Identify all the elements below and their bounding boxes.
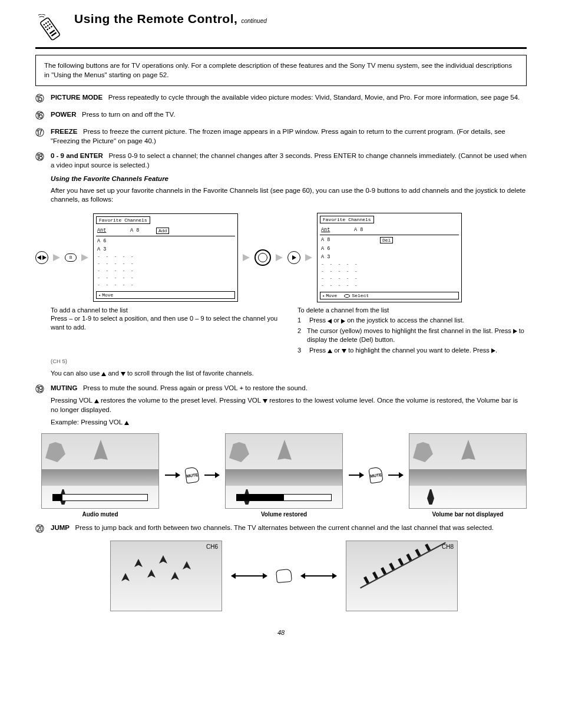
item-number-18: ⑱ bbox=[35, 151, 51, 205]
channel-note: (CH 5) bbox=[51, 358, 280, 365]
menu-channel: A 8 bbox=[130, 228, 156, 233]
menu-footer: ✦Move Select bbox=[320, 292, 459, 299]
menu-slot: - - - - - bbox=[320, 268, 459, 275]
menu-channel: A 8 bbox=[354, 227, 380, 233]
mute-caption-1: Audio muted bbox=[41, 511, 159, 518]
item-label-16: POWER bbox=[51, 111, 76, 118]
menu-slot: - - - - - bbox=[96, 275, 235, 282]
item-17: ⑰ FREEZE Press to freeze the current pic… bbox=[35, 127, 527, 146]
mute-frame-2: Volume restored bbox=[225, 433, 343, 518]
mute-sequence: Audio muted MUTE Volume restored MUTE Vo… bbox=[41, 433, 527, 518]
item-number-17: ⑰ bbox=[35, 127, 51, 146]
joystick-left-right-icon bbox=[35, 251, 48, 264]
menu-del-button: Del bbox=[380, 237, 393, 243]
item-body-15: PICTURE MODE Press repeatedly to cycle t… bbox=[51, 93, 520, 104]
channel-label-left: CH6 bbox=[206, 543, 218, 550]
add-delete-instructions: To add a channel to the list Press – or … bbox=[35, 306, 527, 378]
mute-frame-1: Audio muted bbox=[41, 433, 159, 518]
menu-select-label: Select bbox=[352, 293, 369, 298]
down-arrow-icon bbox=[263, 399, 267, 403]
add-body: Press – or 1-9 to select a position, and… bbox=[51, 314, 280, 332]
mute-caption-2: Volume restored bbox=[225, 511, 343, 518]
item-body-17: FREEZE Press to freeze the current pictu… bbox=[51, 127, 527, 146]
item-label-19: MUTING bbox=[51, 384, 77, 391]
channel-label-right: CH8 bbox=[442, 543, 454, 550]
up-arrow-icon bbox=[94, 399, 99, 403]
up-arrow-icon bbox=[101, 372, 106, 376]
item-text-17: Press to freeze the current picture. The… bbox=[51, 128, 505, 144]
menu-title: Favorite Channels bbox=[96, 216, 150, 224]
menu-slot: - - - - - bbox=[96, 268, 235, 275]
arrow-icon bbox=[276, 254, 283, 261]
down-arrow-icon bbox=[342, 349, 346, 353]
right-arrow-icon bbox=[491, 348, 495, 353]
page-title-continued: continued bbox=[241, 18, 266, 24]
menu-ant-label: Ant bbox=[321, 227, 354, 233]
jump-frame-left: CH6 bbox=[110, 541, 222, 611]
arrow-icon bbox=[305, 254, 312, 261]
menu-channel: A 6 bbox=[97, 238, 130, 244]
menu-slot: - - - - - bbox=[320, 282, 459, 289]
item-18: ⑱ 0 - 9 and ENTER Press 0-9 to select a … bbox=[35, 151, 527, 205]
arrow-icon bbox=[204, 475, 219, 476]
menu-add-button: Add bbox=[156, 228, 169, 234]
intro-box: The following buttons are for TV operati… bbox=[35, 55, 527, 86]
menu-channel: A 3 bbox=[321, 254, 354, 260]
item-number-15: ⑮ bbox=[35, 93, 51, 104]
menu-move-label: Move bbox=[326, 293, 337, 298]
arrow-icon bbox=[53, 254, 60, 261]
add-heading: To add a channel to the list bbox=[51, 306, 280, 315]
menu-channel: A 3 bbox=[97, 246, 130, 252]
page-number: 48 bbox=[35, 629, 527, 636]
bidirectional-arrow-icon bbox=[232, 575, 267, 577]
menu-move-label: Move bbox=[102, 292, 113, 298]
joystick-nav-icon bbox=[287, 251, 300, 264]
mute-button-icon: MUTE bbox=[368, 467, 384, 484]
item-text-20: Press to jump back and forth between two… bbox=[75, 524, 494, 531]
right-arrow-icon bbox=[513, 329, 517, 334]
menu-channel: A 8 bbox=[321, 237, 354, 243]
favorite-channels-diagram: 8 Favorite Channels Ant A 8 Add A 6 A 3 … bbox=[35, 213, 527, 302]
item-body-18: 0 - 9 and ENTER Press 0-9 to select a ch… bbox=[51, 151, 527, 205]
item-15: ⑮ PICTURE MODE Press repeatedly to cycle… bbox=[35, 93, 527, 104]
add-instructions: To add a channel to the list Press – or … bbox=[51, 306, 280, 378]
arrow-icon bbox=[243, 254, 250, 261]
menu-slot: - - - - - bbox=[96, 282, 235, 289]
page-title: Using the Remote Control, bbox=[74, 12, 237, 25]
favorite-channels-menu-before: Favorite Channels Ant A 8 Add A 6 A 3 - … bbox=[93, 213, 238, 302]
up-arrow-icon bbox=[328, 349, 332, 353]
left-arrow-icon bbox=[328, 319, 332, 324]
item-16: ⑯ POWER Press to turn on and off the TV. bbox=[35, 110, 527, 121]
header-title-group: Using the Remote Control, continued bbox=[74, 12, 267, 26]
arrow-icon bbox=[388, 475, 403, 476]
item-hint-19: Pressing VOL restores the volume to the … bbox=[51, 396, 527, 414]
menu-slot: - - - - - bbox=[320, 275, 459, 282]
item-sublabel-18: Using the Favorite Channels Feature bbox=[51, 175, 168, 182]
item-20: ⑳ JUMP Press to jump back and forth betw… bbox=[35, 523, 527, 535]
number-button-icon: 8 bbox=[65, 253, 77, 262]
mute-frame-3: Volume bar not displayed bbox=[409, 433, 527, 518]
arrow-icon bbox=[165, 475, 180, 476]
mute-caption-3: Volume bar not displayed bbox=[409, 511, 527, 518]
menu-slot: - - - - - bbox=[96, 261, 235, 268]
header-rule bbox=[35, 47, 527, 49]
header: Using the Remote Control, continued bbox=[35, 12, 527, 44]
arrow-icon bbox=[349, 475, 363, 476]
item-number-16: ⑯ bbox=[35, 110, 51, 121]
jump-button-icon bbox=[276, 569, 292, 583]
jump-frame-right: CH8 bbox=[346, 541, 458, 611]
arrow-icon bbox=[81, 254, 88, 261]
item-label-18: 0 - 9 and ENTER bbox=[51, 152, 103, 159]
bidirectional-arrow-icon bbox=[301, 575, 336, 577]
menu-title: Favorite Channels bbox=[320, 216, 374, 223]
item-body-20: JUMP Press to jump back and forth betwee… bbox=[51, 523, 494, 535]
jump-sequence: CH6 CH8 bbox=[41, 541, 527, 611]
menu-channel: A 6 bbox=[321, 246, 354, 252]
del-heading: To delete a channel from the list bbox=[297, 306, 527, 315]
up-arrow-icon bbox=[124, 421, 129, 425]
remote-control-icon bbox=[35, 14, 65, 44]
item-text-15: Press repeatedly to cycle through the av… bbox=[108, 94, 520, 101]
menu-footer: ✦Move bbox=[96, 291, 235, 299]
item-text-16: Press to turn on and off the TV. bbox=[82, 111, 175, 118]
menu-ant-label: Ant bbox=[97, 228, 130, 233]
